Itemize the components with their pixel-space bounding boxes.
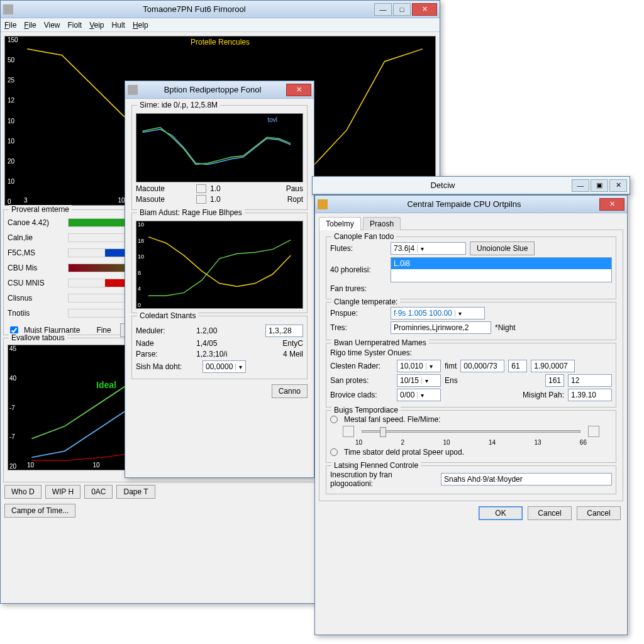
- futes-dropdown[interactable]: 73.6|4▾: [391, 242, 466, 255]
- phorelisi-selected[interactable]: L.0i8: [391, 258, 611, 269]
- minimize-button[interactable]: —: [374, 3, 392, 16]
- modal2-titlebar: Central Tempaide CPU Ortpilns ✕: [315, 196, 627, 213]
- tab-tobelmy[interactable]: Tobelmy: [319, 217, 361, 230]
- row-clisnus: Clisnus: [8, 294, 64, 303]
- row-caln: Caln,lie: [8, 233, 64, 242]
- unoionole-button[interactable]: Unoionole Slue: [470, 242, 535, 255]
- slider-start-icon: [343, 426, 354, 437]
- slider-thumb[interactable]: [380, 427, 386, 437]
- menu-view[interactable]: View: [44, 21, 60, 30]
- modal2-outer-titlebar: Detciw — ▣ ✕: [313, 177, 630, 194]
- row-cbu: CBU Mis: [8, 264, 64, 272]
- san-v3[interactable]: [568, 374, 612, 387]
- bam-chart: 101810840: [136, 221, 303, 309]
- meduler-v2[interactable]: [265, 325, 303, 337]
- menu-file[interactable]: File: [4, 21, 16, 30]
- chart1-title: Protelle Rencules: [5, 38, 435, 47]
- menu-veip[interactable]: Veip: [89, 21, 104, 30]
- whod-button[interactable]: Who D: [4, 485, 42, 499]
- cancel-button[interactable]: Cancel: [528, 506, 572, 520]
- wiph-button[interactable]: WIP H: [45, 485, 80, 499]
- chevron-down-icon: ▾: [417, 245, 427, 252]
- clesten-v1[interactable]: [460, 360, 504, 372]
- menu-file2[interactable]: File: [24, 21, 36, 30]
- modal1-icon: [128, 85, 138, 95]
- phorelisi-list[interactable]: L.0i8: [391, 257, 612, 282]
- outer-close[interactable]: ✕: [609, 179, 627, 192]
- clesten-v3[interactable]: [531, 360, 575, 372]
- main-titlebar: Tomaone7PN Fut6 Firnorool — □ ✕: [1, 1, 440, 18]
- row-canoe: Canoe 4.42): [8, 218, 64, 227]
- app-icon: [3, 4, 13, 14]
- row-csu: CSU MNIS: [8, 279, 64, 287]
- chevron-down-icon: ▾: [235, 364, 245, 370]
- modal2-title: Central Tempaide CPU Ortpilns: [330, 199, 598, 209]
- menu-fiolt[interactable]: Fiolt: [68, 21, 82, 30]
- bam-group: Biam Adust: Rage Fiue Blhpes 101810840: [131, 213, 308, 313]
- tres-input[interactable]: [391, 321, 491, 334]
- evallove-title: Evallove tabous: [9, 333, 67, 342]
- modal2-icon: [318, 199, 328, 209]
- chevron-down-icon: ▾: [421, 377, 431, 384]
- latsing-group: Latsing Flenned Controle Inescrution by …: [326, 465, 616, 494]
- ok-button[interactable]: OK: [479, 506, 523, 520]
- radio-time[interactable]: [330, 448, 338, 456]
- outer-min[interactable]: —: [572, 179, 589, 192]
- sish-dropdown[interactable]: 00,0000▾: [203, 360, 246, 373]
- menu-hult[interactable]: Hult: [112, 21, 125, 30]
- proveral-title: Proveral emterne: [9, 205, 72, 214]
- brovice-dropdown[interactable]: 0/00▾: [397, 389, 441, 401]
- campe-button[interactable]: Campe of Time...: [4, 504, 75, 518]
- san-v2[interactable]: [545, 374, 564, 387]
- bwan-group: Bwan Uernperatred Mames Rigo time Syster…: [326, 343, 616, 408]
- sime-chart: tovl: [136, 113, 303, 182]
- clangle-group: Clangle temperate: Pnspue: f·9s 1.005 10…: [326, 302, 616, 340]
- menubar: File File View Fiolt Veip Hult Help: [1, 18, 440, 32]
- buigs-group: Buigs Tempordiace Mestal fanl speed. Fle…: [326, 410, 616, 463]
- inescrution-input[interactable]: [441, 473, 612, 486]
- ideal-label: Ideal: [96, 380, 116, 390]
- sime-group: Sirne: ide 0/.p, 12,5.8M tovl Macoute1.0…: [131, 105, 308, 210]
- slider-end-icon: [588, 426, 599, 437]
- row-tnotiis: Tnotiis: [8, 309, 64, 318]
- coledart-group: Coledart Stnants Meduler:1.2,00 Nade1,4/…: [131, 316, 308, 379]
- dapet-button[interactable]: Dape T: [116, 485, 155, 499]
- tab-praosh[interactable]: Praosh: [363, 217, 401, 230]
- maximize-button[interactable]: □: [393, 3, 411, 16]
- main-title: Tomaone7PN Fut6 Firnorool: [16, 4, 373, 14]
- san-dropdown[interactable]: 10/15▾: [397, 374, 441, 387]
- modal1-title: Bption Redipertoppe Fonol: [140, 85, 285, 94]
- speed-slider[interactable]: [362, 430, 580, 433]
- outer-max[interactable]: ▣: [591, 179, 608, 192]
- modal1-titlebar: Bption Redipertoppe Fonol ✕: [125, 81, 314, 99]
- pnspue-dropdown[interactable]: f·9s 1.005 100.00▾: [391, 307, 485, 319]
- modal1-close[interactable]: ✕: [286, 84, 311, 96]
- modal1-cancel[interactable]: Canno: [272, 384, 308, 398]
- radio-speed[interactable]: [330, 416, 338, 423]
- 0ac-button[interactable]: 0AC: [84, 485, 113, 499]
- close-button[interactable]: ✕: [412, 3, 437, 16]
- modal2-close[interactable]: ✕: [599, 198, 625, 211]
- modal2-outer-title: Detciw: [315, 180, 570, 190]
- cancel2-button[interactable]: Cancel: [577, 506, 621, 520]
- clesten-v2[interactable]: [508, 360, 527, 372]
- sime-label: Sirne: ide 0/.p, 12,5.8M: [137, 101, 220, 109]
- chevron-down-icon: ▾: [426, 363, 436, 370]
- chevron-down-icon: ▾: [455, 310, 465, 317]
- canople-group: Canople Fan todo Flutes: 73.6|4▾ Unoiono…: [326, 236, 616, 299]
- row-f5c: F5C,MS: [8, 248, 64, 257]
- coledart-title: Coledart Stnants: [137, 311, 198, 320]
- clesten-dropdown[interactable]: 10,010▾: [397, 360, 441, 372]
- chevron-down-icon: ▾: [417, 392, 427, 399]
- menu-help[interactable]: Help: [133, 21, 148, 30]
- bam-title: Biam Adust: Rage Fiue Blhpes: [137, 208, 245, 217]
- brovice-v3[interactable]: [568, 389, 612, 401]
